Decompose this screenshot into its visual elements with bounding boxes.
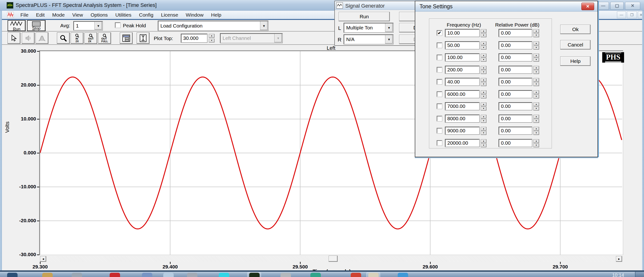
- plot-top-spinner[interactable]: ▲ ▼: [209, 34, 214, 42]
- spin-down-icon[interactable]: ▼: [209, 39, 214, 42]
- spin-down-icon[interactable]: ▼: [534, 33, 539, 37]
- load-configuration-select[interactable]: Load Configuration ▼: [158, 21, 268, 30]
- spin-up-icon[interactable]: ▲: [534, 54, 539, 57]
- child-minimize-button[interactable]: —: [617, 11, 626, 18]
- spin-down-icon[interactable]: ▼: [534, 82, 539, 86]
- channel-select[interactable]: Left Channel ▼: [220, 33, 282, 43]
- menu-edit[interactable]: Edit: [32, 12, 48, 18]
- cancel-button[interactable]: Cancel: [560, 40, 590, 49]
- tone-settings-titlebar[interactable]: Tone Settings: [415, 1, 598, 12]
- menu-window[interactable]: Window: [182, 12, 208, 18]
- menu-view[interactable]: View: [68, 12, 87, 18]
- tone-enable-checkbox[interactable]: [437, 104, 442, 109]
- child-restore-button[interactable]: ❐: [627, 11, 637, 18]
- tone-power-spinner[interactable]: ▲▼: [534, 127, 539, 135]
- app-blue-taskbar-icon[interactable]: [142, 273, 152, 277]
- spin-down-icon[interactable]: ▼: [534, 107, 539, 110]
- tone-power-field[interactable]: 0.00: [499, 54, 532, 61]
- tone-enable-checkbox[interactable]: [437, 116, 442, 121]
- menu-utilities[interactable]: Utilities: [112, 12, 135, 18]
- spin-up-icon[interactable]: ▲: [481, 90, 486, 94]
- app-ie-taskbar-icon[interactable]: [398, 273, 408, 277]
- spin-down-icon[interactable]: ▼: [481, 119, 486, 123]
- chevron-down-icon[interactable]: ▼: [94, 22, 102, 30]
- spin-down-icon[interactable]: ▼: [481, 131, 486, 135]
- spin-up-icon[interactable]: ▲: [534, 90, 539, 94]
- app-photo-taskbar-icon[interactable]: [163, 273, 174, 277]
- spin-down-icon[interactable]: ▼: [481, 107, 486, 110]
- spin-up-icon[interactable]: ▲: [481, 66, 486, 70]
- stop-button[interactable]: Stop: [27, 20, 46, 31]
- app-spectra-taskbar-icon[interactable]: [249, 273, 260, 277]
- tone-enable-checkbox[interactable]: [437, 140, 442, 146]
- app-holm-taskbar-icon[interactable]: [368, 273, 379, 277]
- tone-power-spinner[interactable]: ▲▼: [534, 41, 539, 49]
- avg-select[interactable]: 1 ▼: [74, 21, 102, 30]
- ok-button[interactable]: Ok: [560, 25, 590, 34]
- tone-frequency-spinner[interactable]: ▲▼: [481, 115, 486, 123]
- spin-down-icon[interactable]: ▼: [534, 58, 539, 62]
- spin-down-icon[interactable]: ▼: [534, 119, 539, 123]
- scroll-right-button[interactable]: ►: [616, 256, 622, 262]
- left-signal-select[interactable]: Multiple Ton ▼: [344, 23, 393, 32]
- spin-up-icon[interactable]: ▲: [209, 34, 214, 38]
- tone-frequency-spinner[interactable]: ▲▼: [481, 29, 486, 37]
- spin-up-icon[interactable]: ▲: [481, 54, 486, 57]
- spin-down-icon[interactable]: ▼: [481, 70, 486, 74]
- tone-power-spinner[interactable]: ▲▼: [534, 66, 539, 74]
- pointer-tool-button[interactable]: [8, 32, 20, 44]
- spin-up-icon[interactable]: ▲: [534, 41, 539, 45]
- tone-enable-checkbox[interactable]: [437, 55, 442, 60]
- window-minimize-button[interactable]: —: [598, 2, 609, 10]
- menu-file[interactable]: File: [16, 12, 32, 18]
- chevron-down-icon[interactable]: ▼: [260, 21, 268, 30]
- window-close-button[interactable]: ✕: [625, 2, 640, 10]
- time-series-document-icon[interactable]: [7, 12, 14, 18]
- spin-down-icon[interactable]: ▼: [534, 131, 539, 135]
- tone-frequency-field[interactable]: 50.00: [445, 41, 479, 49]
- tone-frequency-spinner[interactable]: ▲▼: [481, 90, 486, 98]
- app-gray-taskbar-icon[interactable]: [72, 273, 82, 277]
- spin-up-icon[interactable]: ▲: [481, 29, 486, 33]
- vertical-range-button[interactable]: [137, 32, 150, 44]
- spin-up-icon[interactable]: ▲: [534, 29, 539, 33]
- audio-monitor-button[interactable]: [22, 32, 35, 44]
- tone-frequency-spinner[interactable]: ▲▼: [481, 127, 486, 135]
- tone-power-field[interactable]: 0.00: [499, 41, 532, 49]
- tone-frequency-spinner[interactable]: ▲▼: [481, 54, 486, 62]
- tone-frequency-spinner[interactable]: ▲▼: [481, 78, 486, 86]
- tone-enable-checkbox[interactable]: [437, 67, 442, 72]
- tone-power-field[interactable]: 0.00: [499, 139, 532, 147]
- show-desktop-button[interactable]: [635, 272, 644, 277]
- spin-down-icon[interactable]: ▼: [534, 46, 539, 49]
- right-signal-select[interactable]: N/A ▼: [344, 35, 393, 44]
- menu-license[interactable]: License: [157, 12, 182, 18]
- tone-enable-checkbox[interactable]: [437, 92, 442, 97]
- generator-run-button[interactable]: Run: [338, 12, 390, 21]
- tone-power-spinner[interactable]: ▲▼: [534, 102, 539, 110]
- tone-power-field[interactable]: 0.00: [499, 115, 532, 122]
- tone-frequency-spinner[interactable]: ▲▼: [481, 102, 486, 110]
- spin-up-icon[interactable]: ▲: [534, 66, 539, 70]
- scrollbar-thumb[interactable]: [329, 256, 338, 262]
- menu-mode[interactable]: Mode: [48, 12, 68, 18]
- spin-up-icon[interactable]: ▲: [481, 78, 486, 82]
- spin-up-icon[interactable]: ▲: [534, 127, 539, 131]
- tone-power-spinner[interactable]: ▲▼: [534, 90, 539, 98]
- tone-power-spinner[interactable]: ▲▼: [534, 139, 539, 147]
- tone-frequency-spinner[interactable]: ▲▼: [481, 66, 486, 74]
- spin-down-icon[interactable]: ▼: [534, 95, 539, 98]
- tone-power-spinner[interactable]: ▲▼: [534, 29, 539, 37]
- spin-up-icon[interactable]: ▲: [534, 102, 539, 106]
- app-gray3-taskbar-icon[interactable]: [280, 273, 291, 277]
- tone-frequency-spinner[interactable]: ▲▼: [481, 41, 486, 49]
- spin-up-icon[interactable]: ▲: [534, 115, 539, 119]
- spin-down-icon[interactable]: ▼: [481, 33, 486, 37]
- tone-power-field[interactable]: 0.00: [499, 66, 532, 73]
- menu-config[interactable]: Config: [135, 12, 157, 18]
- plot-options-button[interactable]: [120, 32, 133, 44]
- tone-frequency-field[interactable]: 20000.00: [445, 139, 479, 147]
- tone-frequency-field[interactable]: 100.00: [445, 54, 479, 61]
- tone-power-field[interactable]: 0.00: [499, 90, 532, 98]
- tone-frequency-field[interactable]: 10.00: [445, 29, 479, 37]
